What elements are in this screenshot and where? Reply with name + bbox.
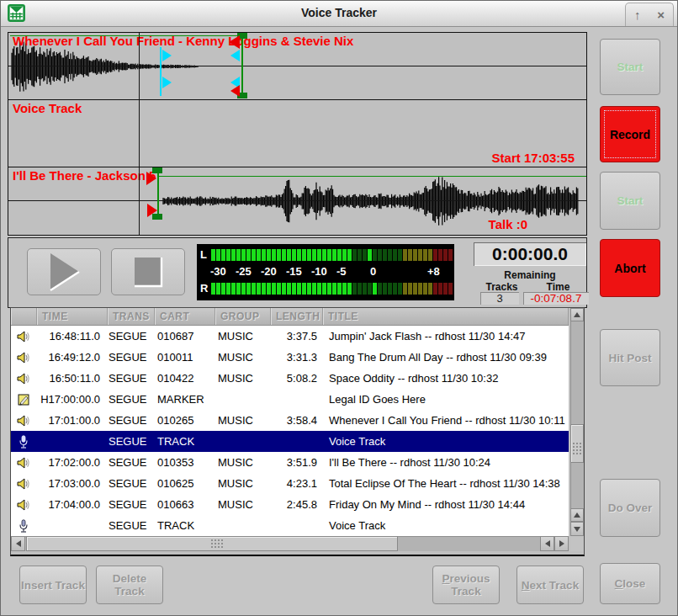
header-icon-column[interactable] xyxy=(11,308,37,325)
meter-segment xyxy=(246,283,251,295)
meter-segment xyxy=(373,283,377,295)
vertical-scrollbar[interactable] xyxy=(570,308,584,536)
previous-track-button[interactable]: Previous Track xyxy=(432,566,500,604)
track-2[interactable]: Voice Track Start 17:03:55 xyxy=(8,99,586,167)
delete-track-button[interactable]: Delete Track xyxy=(96,566,163,604)
scroll-down-button[interactable] xyxy=(570,522,584,536)
insert-track-button[interactable]: Insert Track xyxy=(19,566,87,604)
meter-scale-tick: -15 xyxy=(286,265,302,278)
vertical-scroll-thumb[interactable] xyxy=(570,424,584,463)
table-row[interactable]: 16:49:12.0SEGUE010011MUSIC3:31.3Bang The… xyxy=(11,347,569,368)
play-button[interactable] xyxy=(27,248,101,295)
fade-marker-icon[interactable] xyxy=(162,77,172,88)
meter-segment xyxy=(302,283,306,295)
track-3[interactable]: I'll Be There - Jackson 5 Talk :0 xyxy=(8,167,586,234)
close-button[interactable]: Close xyxy=(600,563,660,604)
meter-segment xyxy=(317,283,321,295)
horizontal-scrollbar[interactable] xyxy=(11,536,569,551)
scroll-up-button[interactable] xyxy=(570,308,584,321)
hit-post-button[interactable]: Hit Post xyxy=(600,329,660,386)
start-marker-icon[interactable] xyxy=(147,204,157,217)
meter-segment xyxy=(262,249,266,261)
row-cell-title: Space Oddity -- rdhost 11/30 10:32 xyxy=(322,372,569,385)
row-cell-title: Total Eclipse Of The Heart -- rdhost 11/… xyxy=(322,477,569,490)
table-row[interactable]: SEGUETRACKVoice Track xyxy=(11,515,569,536)
header-trans[interactable]: TRANS xyxy=(108,308,155,325)
track3-centerline xyxy=(8,200,586,201)
track1-fade-cursor[interactable] xyxy=(160,47,162,96)
meter-segment xyxy=(358,249,362,261)
meter-segment xyxy=(272,249,276,261)
meter-segment xyxy=(383,249,387,261)
meter-right-segments xyxy=(211,283,453,295)
table-row[interactable]: 17:02:00.0SEGUE010353MUSIC3:51.9I'll Be … xyxy=(11,452,569,473)
end-marker-icon[interactable] xyxy=(230,85,240,97)
meter-segment xyxy=(211,283,215,295)
header-time[interactable]: TIME xyxy=(37,308,108,325)
meter-segment xyxy=(403,249,407,261)
scroll-left-button[interactable] xyxy=(11,536,25,551)
table-row[interactable]: 16:48:11.0SEGUE010687MUSIC3:37.5Jumpin' … xyxy=(11,326,569,347)
record-button[interactable]: Record xyxy=(600,106,660,162)
track3-start-cursor[interactable] xyxy=(157,168,159,220)
post-marker-icon[interactable] xyxy=(229,35,240,49)
meter-segment xyxy=(221,283,225,295)
table-row-selected[interactable]: SEGUETRACKVoice Track xyxy=(11,431,569,452)
meter-segment xyxy=(277,283,281,295)
row-cell-group: MUSIC xyxy=(215,456,270,469)
track-1[interactable]: Whenever I Call You Friend - Kenny Loggi… xyxy=(8,33,586,99)
scroll-left-button-2[interactable] xyxy=(540,536,554,551)
table-row[interactable]: 17:03:00.0SEGUE010625MUSIC4:23.1Total Ec… xyxy=(11,473,569,494)
header-group[interactable]: GROUP xyxy=(215,308,271,325)
meter-segment xyxy=(337,283,342,295)
fade-marker-icon[interactable] xyxy=(230,50,240,61)
row-cell-group: MUSIC xyxy=(215,330,270,343)
start-track3-button[interactable]: Start xyxy=(600,172,660,230)
meter-segment xyxy=(347,283,352,295)
start-track1-button[interactable]: Start xyxy=(600,39,660,95)
transport-panel: L -30-25-20-15-10-50+8 R 0:00:00.0 Remai… xyxy=(8,237,587,308)
stop-button[interactable] xyxy=(111,248,185,295)
start-marker-icon[interactable] xyxy=(146,172,156,185)
header-title[interactable]: TITLE xyxy=(323,308,569,325)
waveform-panel[interactable]: Whenever I Call You Friend - Kenny Loggi… xyxy=(8,32,587,236)
scroll-up-button-2[interactable] xyxy=(570,508,584,522)
speaker-icon xyxy=(17,498,30,512)
track1-end-cursor[interactable] xyxy=(241,35,243,98)
table-header: TIMETRANSCARTGROUPLENGTHTITLE xyxy=(11,308,569,326)
marker-note-icon xyxy=(17,393,30,406)
table-row[interactable]: H17:00:00.0SEGUEMARKERLegal ID Goes Here xyxy=(11,389,569,410)
do-over-button[interactable]: Do Over xyxy=(600,479,660,537)
close-window-icon[interactable]: × xyxy=(657,8,665,21)
row-cell-trans: SEGUE xyxy=(107,435,154,448)
meter-segment xyxy=(312,283,316,295)
meter-segment xyxy=(403,283,407,295)
row-cell-title: I'll Be There -- rdhost 11/30 10:24 xyxy=(322,456,569,469)
meter-segment xyxy=(231,249,236,261)
table-row[interactable]: 17:01:00.0SEGUE010265MUSIC3:58.4Whenever… xyxy=(11,410,569,431)
row-cell-cart: 010353 xyxy=(154,456,215,469)
meter-segment xyxy=(413,249,417,261)
meter-segment xyxy=(287,283,291,295)
row-icon-cell xyxy=(11,519,36,533)
shade-window-icon[interactable]: ↑ xyxy=(634,8,641,21)
header-length[interactable]: LENGTH xyxy=(271,308,323,325)
row-icon-cell xyxy=(11,498,36,512)
header-cart[interactable]: CART xyxy=(155,308,215,325)
meter-scale-tick: -30 xyxy=(210,265,226,278)
table-body: 16:48:11.0SEGUE010687MUSIC3:37.5Jumpin' … xyxy=(11,326,569,536)
next-track-button[interactable]: Next Track xyxy=(516,566,584,604)
track3-start-line xyxy=(157,176,586,177)
table-row[interactable]: 16:50:11.0SEGUE010422MUSIC5:08.2Space Od… xyxy=(11,368,569,389)
log-table: TIMETRANSCARTGROUPLENGTHTITLE 16:48:11.0… xyxy=(10,307,585,556)
horizontal-scroll-thumb[interactable] xyxy=(26,536,398,551)
meter-segment xyxy=(347,249,352,261)
audio-level-meter: L -30-25-20-15-10-50+8 R xyxy=(197,244,454,300)
table-row[interactable]: 17:04:00.0SEGUE010663MUSIC2:45.8Friday O… xyxy=(11,494,569,515)
row-cell-cart: TRACK xyxy=(154,435,215,448)
abort-button[interactable]: Abort xyxy=(600,239,660,297)
scroll-right-button[interactable] xyxy=(554,536,569,551)
row-cell-trans: SEGUE xyxy=(107,393,154,406)
fade-marker-icon[interactable] xyxy=(162,50,172,61)
titlebar[interactable]: Voice Tracker ↑ × xyxy=(1,1,677,27)
